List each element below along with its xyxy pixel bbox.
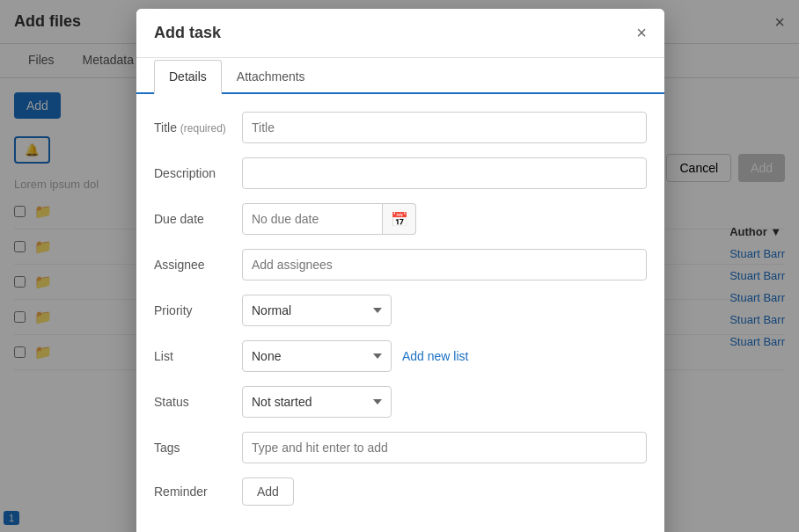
description-label: Description xyxy=(154,166,242,180)
assignee-row: Assignee xyxy=(154,249,647,281)
calendar-button[interactable]: 📅 xyxy=(383,203,416,235)
tags-input[interactable] xyxy=(242,432,647,463)
due-date-wrapper: 📅 xyxy=(242,203,647,235)
title-input[interactable] xyxy=(242,112,647,143)
list-select[interactable]: None List 1 List 2 xyxy=(242,340,392,372)
assignee-input[interactable] xyxy=(242,249,647,281)
tags-row: Tags xyxy=(154,432,647,463)
modal-title: Add task xyxy=(154,24,221,42)
modal-tabs: Details Attachments xyxy=(136,58,664,94)
status-select[interactable]: Not started In progress Completed xyxy=(242,386,392,418)
tags-label: Tags xyxy=(154,441,242,455)
status-row: Status Not started In progress Completed xyxy=(154,386,647,418)
priority-label: Priority xyxy=(154,303,242,317)
modal-header: Add task × xyxy=(136,9,664,58)
reminder-add-button[interactable]: Add xyxy=(242,477,294,506)
due-date-input[interactable] xyxy=(242,203,383,235)
reminder-row: Reminder Add xyxy=(154,477,647,506)
title-row: Title (required) xyxy=(154,112,647,143)
modal-close-button[interactable]: × xyxy=(636,23,647,43)
list-row-extra: None List 1 List 2 Add new list xyxy=(242,340,647,372)
assignee-label: Assignee xyxy=(154,258,242,272)
modal-body: Title (required) Description Due date 📅 … xyxy=(136,94,664,532)
list-row: List None List 1 List 2 Add new list xyxy=(154,340,647,372)
reminder-label: Reminder xyxy=(154,485,242,499)
priority-row: Priority Low Normal High Urgent xyxy=(154,295,647,326)
calendar-icon: 📅 xyxy=(391,211,408,228)
description-row: Description xyxy=(154,157,647,189)
tab-details[interactable]: Details xyxy=(154,60,222,94)
status-label: Status xyxy=(154,395,242,409)
list-label: List xyxy=(154,349,242,363)
description-input[interactable] xyxy=(242,157,647,189)
title-label: Title (required) xyxy=(154,120,242,135)
add-new-list-link[interactable]: Add new list xyxy=(402,349,468,363)
add-task-modal: Add task × Details Attachments Title (re… xyxy=(136,9,664,532)
due-date-row: Due date 📅 xyxy=(154,203,647,235)
tab-attachments[interactable]: Attachments xyxy=(222,60,320,94)
due-date-label: Due date xyxy=(154,212,242,226)
priority-select[interactable]: Low Normal High Urgent xyxy=(242,295,392,326)
